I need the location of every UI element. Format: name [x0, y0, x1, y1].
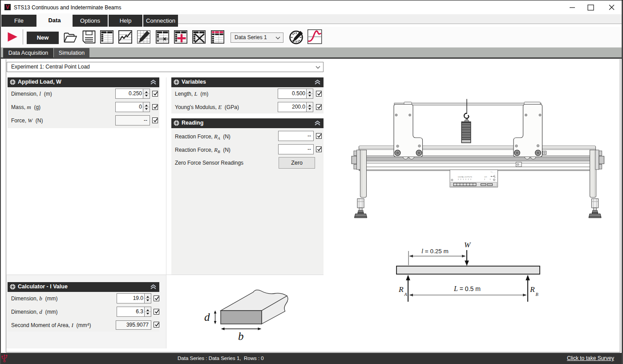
svg-text:DIGITAL OUTPUTS: DIGITAL OUTPUTS	[458, 176, 472, 178]
svg-text:R: R	[398, 285, 404, 294]
svg-text:b: b	[238, 330, 244, 342]
svg-text:l = 0.25 m: l = 0.25 m	[421, 247, 449, 255]
svg-text:W: W	[464, 241, 471, 249]
svg-text:A: A	[404, 292, 408, 297]
svg-text:R: R	[530, 285, 535, 294]
svg-text:DTI: DTI	[485, 176, 487, 178]
svg-text:L = 0.5 m: L = 0.5 m	[453, 285, 481, 292]
svg-text:TQ____: TQ____	[490, 171, 496, 173]
svg-text:B: B	[536, 292, 538, 297]
svg-text:d: d	[204, 311, 210, 323]
